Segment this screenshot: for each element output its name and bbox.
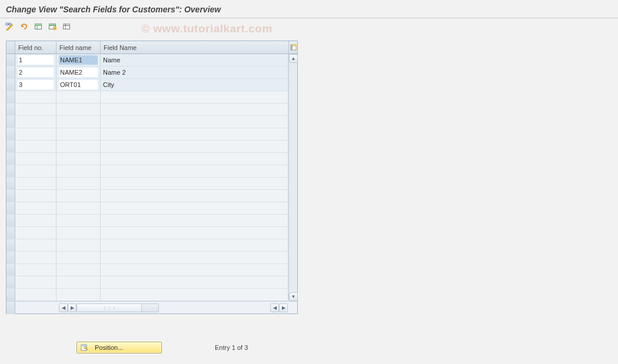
hscroll-track[interactable]: ⋮⋮⋮ <box>77 303 159 312</box>
cell-fieldno <box>15 128 57 140</box>
cell-fieldname <box>57 289 101 300</box>
table-settings-button[interactable] <box>288 41 297 54</box>
vertical-scrollbar[interactable]: ▲ ▼ <box>288 54 297 301</box>
delete-button[interactable] <box>60 21 73 32</box>
row-selector[interactable] <box>6 116 15 128</box>
row-selector[interactable] <box>6 54 15 66</box>
table-settings-icon <box>290 44 297 51</box>
row-selector[interactable] <box>6 264 15 276</box>
cell-fieldname <box>57 252 101 263</box>
row-selector[interactable] <box>6 66 15 78</box>
cell-fieldno <box>15 153 57 165</box>
scroll-last-button[interactable]: ▶ <box>279 303 288 312</box>
row-selector[interactable] <box>6 227 15 239</box>
row-selector[interactable] <box>6 202 15 214</box>
fieldname-input[interactable] <box>59 68 98 77</box>
table-copy-icon <box>48 22 57 31</box>
row-selector[interactable] <box>6 239 15 251</box>
row-selector[interactable] <box>6 289 15 300</box>
cell-fieldname <box>57 202 101 214</box>
row-selector[interactable] <box>6 190 15 202</box>
cell-fieldname <box>57 215 101 226</box>
table-header-row: Field no. Field name Field Name <box>6 41 297 54</box>
toolbar <box>0 18 618 35</box>
cell-fieldname <box>57 276 101 288</box>
cell-fieldno <box>15 276 57 288</box>
row-selector[interactable] <box>6 165 15 177</box>
cell-fieldname <box>57 128 101 140</box>
pencil-glasses-icon <box>5 22 15 31</box>
fieldno-input[interactable] <box>18 55 54 65</box>
page-title: Change View "Search Fields for Customers… <box>0 0 618 18</box>
cell-fieldno <box>15 215 57 226</box>
cell-desc <box>101 116 288 128</box>
row-selector[interactable] <box>6 91 15 103</box>
row-selector[interactable] <box>6 103 15 115</box>
cell-fieldno <box>15 165 57 177</box>
data-table: Field no. Field name Field Name Name Na <box>6 41 298 314</box>
cell-desc <box>101 239 288 251</box>
row-selector[interactable] <box>6 79 15 91</box>
vscroll-track[interactable] <box>289 63 297 292</box>
select-all-cell[interactable] <box>6 41 15 54</box>
new-entries-button[interactable] <box>32 21 45 32</box>
row-selector[interactable] <box>6 128 15 140</box>
fieldno-input[interactable] <box>18 68 54 77</box>
cell-desc <box>101 178 288 189</box>
scroll-up-button[interactable]: ▲ <box>289 54 298 63</box>
cell-desc <box>101 252 288 263</box>
table-row: Name 2 <box>6 66 288 79</box>
cell-desc <box>101 215 288 226</box>
cell-fieldname <box>57 54 101 66</box>
col-header-fieldno[interactable]: Field no. <box>15 41 57 54</box>
cell-fieldname <box>57 264 101 276</box>
cell-fieldname <box>57 103 101 115</box>
cell-desc <box>101 202 288 214</box>
cell-desc <box>101 264 288 276</box>
cell-fieldname <box>57 165 101 177</box>
col-header-desc[interactable]: Field Name <box>101 41 297 54</box>
toggle-display-change-button[interactable] <box>4 21 16 32</box>
hscroll-thumb[interactable]: ⋮⋮⋮ <box>77 304 142 312</box>
cell-desc: City <box>101 79 288 91</box>
scroll-down-button[interactable]: ▼ <box>289 292 298 301</box>
scroll-prev-button[interactable]: ▶ <box>68 303 77 312</box>
table-row-empty <box>6 252 288 264</box>
cell-desc <box>101 128 288 140</box>
table-row: Name <box>6 54 288 66</box>
scroll-next-button[interactable]: ◀ <box>270 303 279 312</box>
copy-as-button[interactable] <box>46 21 59 32</box>
other-entry-button[interactable] <box>18 21 31 32</box>
table-row-empty <box>6 91 288 103</box>
cell-desc <box>101 227 288 239</box>
row-selector[interactable] <box>6 252 15 263</box>
cell-fieldno <box>15 289 57 300</box>
cell-fieldname <box>57 91 101 103</box>
cell-fieldno <box>15 54 57 66</box>
table-new-icon <box>34 22 42 31</box>
table-row-empty <box>6 289 288 301</box>
row-selector[interactable] <box>6 276 15 288</box>
fieldno-input[interactable] <box>18 80 54 89</box>
row-selector[interactable] <box>6 178 15 189</box>
row-selector[interactable] <box>6 153 15 165</box>
fieldname-input[interactable] <box>59 80 98 89</box>
svg-point-10 <box>53 26 57 30</box>
table-row-empty <box>6 202 288 215</box>
position-button[interactable]: Position... <box>77 342 162 353</box>
fieldname-input[interactable] <box>59 55 98 65</box>
footer: Position... Entry 1 of 3 <box>77 342 248 353</box>
scroll-first-button[interactable]: ◀ <box>59 303 68 312</box>
cell-desc <box>101 91 288 103</box>
position-icon <box>81 343 89 352</box>
cell-fieldno <box>15 116 57 128</box>
horizontal-scroll-row: ◀ ▶ ⋮⋮⋮ ◀ ▶ <box>6 301 297 313</box>
table-row-empty <box>6 239 288 252</box>
row-selector[interactable] <box>6 215 15 226</box>
cell-fieldname <box>57 239 101 251</box>
cell-fieldno <box>15 79 57 91</box>
col-header-fieldname[interactable]: Field name <box>57 41 101 54</box>
table-row-empty <box>6 264 288 276</box>
cell-fieldno <box>15 141 57 152</box>
row-selector[interactable] <box>6 141 15 152</box>
